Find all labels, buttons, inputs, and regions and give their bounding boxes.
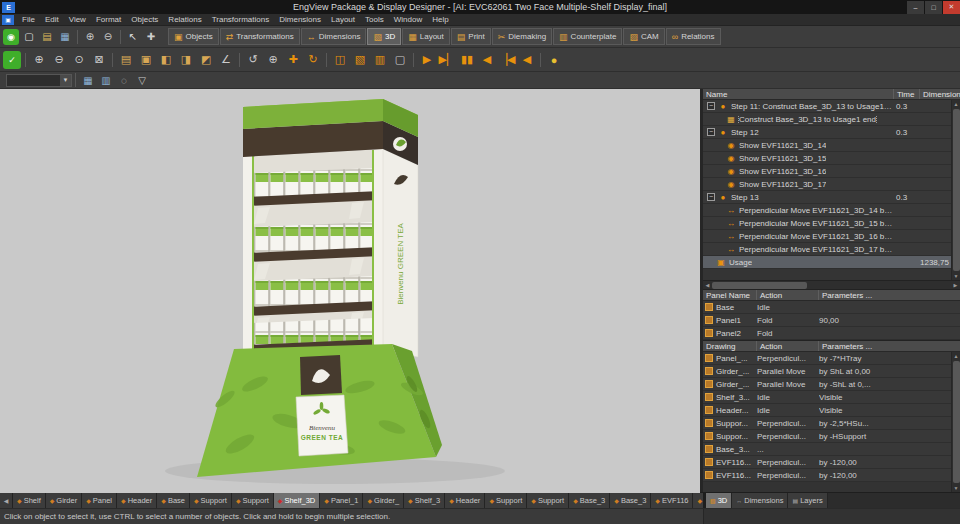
close-button[interactable]: ✕: [943, 1, 960, 14]
menu-view[interactable]: View: [64, 14, 91, 26]
column-header-parameters[interactable]: Parameters ...: [819, 290, 960, 300]
table-row[interactable]: Shelf_3...IdleVisible: [703, 391, 960, 404]
tray-icon[interactable]: ▥: [371, 51, 389, 69]
table-row[interactable]: Panel_...Perpendicul...by -7*HTray: [703, 352, 960, 365]
zoom-selected-icon[interactable]: ⊙: [70, 51, 88, 69]
tree-row[interactable]: ◉Show EVF11621_3D_15: [703, 152, 960, 165]
view-tab-layers[interactable]: ▤Layers: [788, 493, 827, 508]
maximize-button[interactable]: □: [925, 1, 942, 14]
ribbon-tab-objects[interactable]: ▣Objects: [168, 28, 219, 45]
carton-icon[interactable]: ◫: [331, 51, 349, 69]
save-icon[interactable]: ▦: [57, 29, 73, 45]
column-header-parameters[interactable]: Parameters ...: [819, 341, 960, 351]
light-icon[interactable]: ●: [545, 51, 563, 69]
column-header-panel-name[interactable]: Panel Name: [703, 290, 757, 300]
ribbon-tab-layout[interactable]: ▦Layout: [402, 28, 450, 45]
tree-row[interactable]: ↔Perpendicular Move EVF11621_3D_14 by -1…: [703, 204, 960, 217]
pan-icon[interactable]: ✚: [143, 29, 159, 45]
tree-row[interactable]: ↔Perpendicular Move EVF11621_3D_16 by -1…: [703, 230, 960, 243]
sheet-tab-support[interactable]: ◆Support: [527, 493, 569, 508]
sheet-tab-support[interactable]: ◆Support: [232, 493, 274, 508]
zoom-extents-icon[interactable]: ⊖: [50, 51, 68, 69]
lasso-select-icon[interactable]: ◌: [116, 72, 132, 88]
back-icon[interactable]: ◀: [518, 51, 536, 69]
tree-row[interactable]: −●Step 130.3: [703, 191, 960, 204]
ribbon-tab-cam[interactable]: ▨CAM: [623, 28, 664, 45]
orbit-icon[interactable]: ↺: [244, 51, 262, 69]
tree-vertical-scrollbar[interactable]: ▲ ▼: [951, 100, 960, 280]
tree-row[interactable]: ◉Show EVF11621_3D_14: [703, 139, 960, 152]
collapse-toggle[interactable]: −: [707, 102, 715, 110]
table-row[interactable]: Girder_...Parallel Moveby ShL at 0,00: [703, 365, 960, 378]
menu-format[interactable]: Format: [91, 14, 126, 26]
scroll-thumb[interactable]: [953, 361, 960, 483]
scroll-right-icon[interactable]: ▶: [951, 282, 960, 288]
angle-icon[interactable]: ∠: [217, 51, 235, 69]
menu-transformations[interactable]: Transformations: [207, 14, 275, 26]
sheet-tab-support[interactable]: ◆Support: [190, 493, 232, 508]
menu-help[interactable]: Help: [427, 14, 453, 26]
zoom-out-icon[interactable]: ⊖: [100, 29, 116, 45]
sheet-tab-evf116[interactable]: ◆EVF116: [693, 493, 703, 508]
minimize-button[interactable]: –: [907, 1, 924, 14]
table-row[interactable]: EVF116...Perpendicul...by -120,00: [703, 456, 960, 469]
scroll-thumb[interactable]: [712, 282, 807, 289]
grid-columns-icon[interactable]: ▦: [80, 72, 96, 88]
sheet-tab-support[interactable]: ◆Support: [485, 493, 527, 508]
move-tool-icon[interactable]: ✚: [284, 51, 302, 69]
table-row[interactable]: Panel2Fold: [703, 327, 960, 340]
collapse-toggle[interactable]: −: [707, 193, 715, 201]
column-header-name[interactable]: Name: [703, 89, 894, 99]
sheet-tab-shelf_3[interactable]: ◆Shelf_3: [404, 493, 445, 508]
tree-row[interactable]: ▦Construct Base_3D_13 to Usage1 end: [703, 113, 960, 126]
scroll-thumb[interactable]: [953, 109, 960, 271]
fold-3d-icon[interactable]: ◧: [157, 51, 175, 69]
table-row[interactable]: BaseIdle: [703, 301, 960, 314]
tree-row[interactable]: ◉Show EVF11621_3D_16: [703, 165, 960, 178]
tree-row[interactable]: −●Step 120.3: [703, 126, 960, 139]
zoom-tool-icon[interactable]: ⊕: [264, 51, 282, 69]
open-3d-icon[interactable]: ▤: [117, 51, 135, 69]
menu-window[interactable]: Window: [389, 14, 427, 26]
table-row[interactable]: Base_3......: [703, 443, 960, 456]
select-cursor-icon[interactable]: ↖: [125, 29, 141, 45]
unfold-3d-icon[interactable]: ◨: [177, 51, 195, 69]
sheet-tab-shelf[interactable]: ◆Shelf: [13, 493, 46, 508]
sheet-tab-base_3[interactable]: ◆Base_3: [610, 493, 651, 508]
3d-viewport[interactable]: Bienvenu GREEN TEA: [0, 89, 700, 492]
sheet-tab-header[interactable]: ◆Header: [445, 493, 485, 508]
tree-row[interactable]: ▣Usage1238,75 x 40: [703, 256, 960, 269]
tree-horizontal-scrollbar[interactable]: ◀ ▶: [703, 281, 960, 290]
scroll-down-icon[interactable]: ▼: [954, 272, 959, 280]
tree-row[interactable]: −●Step 11: Construct Base_3D_13 to Usage…: [703, 100, 960, 113]
view-tab-dimensions[interactable]: ↔Dimensions: [732, 493, 788, 508]
table-row[interactable]: Girder_...Parallel Moveby -ShL at 0,...: [703, 378, 960, 391]
new-document-icon[interactable]: ▢: [21, 29, 37, 45]
sheet-tab-panel_1[interactable]: ◆Panel_1: [320, 493, 363, 508]
sheet-tab-base_3[interactable]: ◆Base_3: [569, 493, 610, 508]
toolbar-combobox[interactable]: ▼: [6, 74, 72, 87]
sheet-tab-panel[interactable]: ◆Panel: [82, 493, 117, 508]
sheet-tab-header[interactable]: ◆Header: [117, 493, 157, 508]
column-header-action[interactable]: Action: [757, 290, 819, 300]
table-row[interactable]: Suppor...Perpendicul...by -2,5*HSu...: [703, 417, 960, 430]
table-row[interactable]: Panel1Fold90,00: [703, 314, 960, 327]
to-start-icon[interactable]: ▕◀: [498, 51, 516, 69]
tree-row[interactable]: ◉Show EVF11621_3D_17: [703, 178, 960, 191]
sheet-tab-base[interactable]: ◆Base: [157, 493, 190, 508]
tab-scroll-left-icon[interactable]: ◀: [0, 493, 13, 508]
ribbon-tab-diemaking[interactable]: ✂Diemaking: [492, 28, 552, 45]
menu-objects[interactable]: Objects: [126, 14, 163, 26]
ribbon-tab-transformations[interactable]: ⇄Transformations: [220, 28, 300, 45]
column-header-dimensions[interactable]: Dimensions: [920, 89, 960, 99]
step-back-icon[interactable]: ◀: [478, 51, 496, 69]
filter-icon[interactable]: ▽: [134, 72, 150, 88]
sheet-tab-girder[interactable]: ◆Girder: [46, 493, 82, 508]
menu-tools[interactable]: Tools: [360, 14, 389, 26]
sheet-tab-shelf_3d[interactable]: ◆Shelf_3D: [274, 493, 320, 508]
ribbon-tab-relations[interactable]: ∞Relations: [666, 28, 721, 45]
ribbon-tab-counterplate[interactable]: ▥Counterplate: [553, 28, 622, 45]
engview-logo-icon[interactable]: ◉: [3, 29, 19, 45]
menu-dimensions[interactable]: Dimensions: [274, 14, 326, 26]
table-row[interactable]: Suppor...Perpendicul...by -HSupport: [703, 430, 960, 443]
